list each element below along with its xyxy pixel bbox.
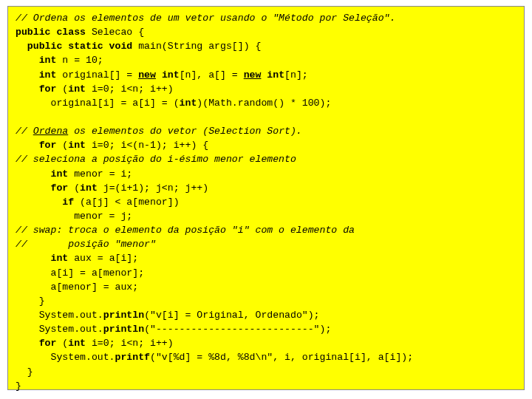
code-line: original[i] = a[i] = (int)(Math.random()… <box>16 96 516 110</box>
code-line: System.out.println("--------------------… <box>16 322 516 336</box>
code-line: public class Selecao { <box>16 25 516 39</box>
code-line: } <box>16 379 516 393</box>
code-line: for (int j=(i+1); j<n; j++) <box>16 181 516 195</box>
code-line: a[i] = a[menor]; <box>16 266 516 280</box>
code-line: // seleciona a posição do i-ésimo menor … <box>16 152 516 166</box>
code-line: menor = j; <box>16 209 516 223</box>
code-line: } <box>16 294 516 308</box>
code-line: // posição "menor" <box>16 237 516 251</box>
code-content: // Ordena os elementos de um vetor usand… <box>16 11 516 393</box>
code-line: } <box>16 365 516 379</box>
code-line: int aux = a[i]; <box>16 251 516 265</box>
code-line: public static void main(String args[]) { <box>16 39 516 53</box>
code-line: for (int i=0; i<(n-1); i++) { <box>16 138 516 152</box>
code-line: System.out.printf("v[%d] = %8d, %8d\n", … <box>16 350 516 364</box>
code-line: for (int i=0; i<n; i++) <box>16 336 516 350</box>
code-line: int original[] = new int[n], a[] = new i… <box>16 68 516 82</box>
code-line: // swap: troca o elemento da posição "i"… <box>16 223 516 237</box>
code-line: System.out.println("v[i] = Original, Ord… <box>16 308 516 322</box>
code-line: // Ordena os elementos de um vetor usand… <box>16 11 516 25</box>
code-line: if (a[j] < a[menor]) <box>16 195 516 209</box>
code-line: for (int i=0; i<n; i++) <box>16 82 516 96</box>
code-line: a[menor] = aux; <box>16 280 516 294</box>
code-block: // Ordena os elementos de um vetor usand… <box>7 6 525 390</box>
code-line: int menor = i; <box>16 167 516 181</box>
code-line <box>16 110 516 124</box>
code-line: // Ordena os elementos do vetor (Selecti… <box>16 124 516 138</box>
code-line: int n = 10; <box>16 53 516 67</box>
